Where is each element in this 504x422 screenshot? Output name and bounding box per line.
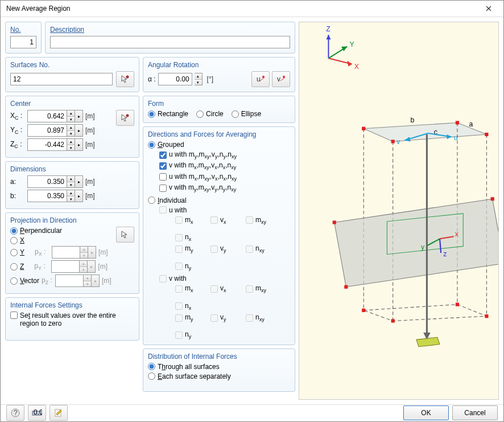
pick-center-button[interactable] <box>116 110 134 126</box>
zc-unit: [m] <box>85 141 95 149</box>
py-input <box>51 260 80 273</box>
u-ny <box>175 263 183 270</box>
radio-rectangle[interactable] <box>148 110 155 118</box>
surfaces-input[interactable] <box>10 73 113 85</box>
g3-label: u with mx,mxy,vx,nx,nxy <box>169 173 237 182</box>
radio-x[interactable] <box>10 237 18 244</box>
u-my <box>175 245 183 253</box>
chk-g1[interactable] <box>159 151 167 159</box>
xc-step[interactable]: ▸ <box>75 110 83 122</box>
py-step: ▸ <box>88 260 96 273</box>
v-mxy <box>246 285 253 293</box>
svg-marker-7 <box>326 35 331 39</box>
xc-label: XC : <box>10 112 27 121</box>
a-label: a: <box>10 178 27 186</box>
radio-ellipse[interactable] <box>232 110 239 118</box>
angular-label: Angular Rotation <box>148 61 290 69</box>
alpha-spinner[interactable]: ▴▾ <box>195 73 203 85</box>
group-description: Description <box>45 22 295 54</box>
ifs-label: Internal Forces Settings <box>10 301 134 309</box>
xc-input[interactable] <box>27 110 67 122</box>
zc-step[interactable]: ▸ <box>75 138 83 151</box>
b-input[interactable] <box>27 190 67 202</box>
cancel-button[interactable]: Cancel <box>452 405 498 420</box>
v-vy <box>210 314 218 322</box>
a-spinner[interactable]: ▴▾ <box>67 175 75 188</box>
cursor-pick-icon <box>121 230 130 239</box>
align-u-button[interactable]: u <box>251 71 270 87</box>
chk-uwith <box>159 206 167 214</box>
pencil-icon <box>54 408 63 417</box>
dist-label: Distribution of Internal Forces <box>148 353 290 360</box>
vector-label: Vector <box>20 277 39 285</box>
radio-each[interactable] <box>148 372 155 380</box>
align-v-button[interactable]: v <box>272 71 290 87</box>
group-surfaces: Surfaces No. <box>5 57 139 92</box>
g4-label: v with my,mxy,vy,ny,nxy <box>169 183 236 192</box>
alpha-input[interactable] <box>158 73 192 85</box>
b-step[interactable]: ▸ <box>75 190 83 202</box>
v-nx <box>175 302 183 310</box>
units-button[interactable]: 0.00 <box>28 405 46 421</box>
chk-g4[interactable] <box>159 185 167 192</box>
check-zero-result[interactable] <box>10 312 18 319</box>
radio-perpendicular[interactable] <box>10 227 18 235</box>
cursor-pick-icon <box>121 75 130 84</box>
radio-y[interactable] <box>10 249 18 256</box>
u-nxy <box>246 245 253 253</box>
radio-z[interactable] <box>10 263 18 271</box>
zc-input[interactable] <box>27 138 67 151</box>
uwith-label: u with <box>169 206 187 214</box>
svg-text:a: a <box>469 120 473 128</box>
chk-g2[interactable] <box>159 162 167 170</box>
close-button[interactable] <box>477 1 500 17</box>
svg-text:v: v <box>277 75 280 83</box>
a-step[interactable]: ▸ <box>75 175 83 188</box>
zc-spinner[interactable]: ▴▾ <box>67 138 75 151</box>
svg-rect-45 <box>333 220 336 224</box>
ok-button[interactable]: OK <box>403 405 449 420</box>
cursor-pick-icon <box>121 113 130 122</box>
radio-grouped[interactable] <box>148 141 155 149</box>
svg-text:y: y <box>421 243 425 251</box>
help-button[interactable]: ? <box>6 405 24 421</box>
axis-v-icon: v <box>276 75 286 83</box>
group-center: Center XC :▴▾▸[m] YC :▴▾▸[m] ZC :▴▾▸[m] <box>5 96 139 158</box>
no-input[interactable] <box>10 36 36 48</box>
vwith-label: v with <box>169 274 187 282</box>
yc-spinner[interactable]: ▴▾ <box>67 124 75 137</box>
radio-through-all[interactable] <box>148 363 155 370</box>
u-nx <box>175 234 183 241</box>
px-unit: [m] <box>98 248 108 256</box>
b-spinner[interactable]: ▴▾ <box>67 190 75 202</box>
description-input[interactable] <box>50 36 290 48</box>
yc-input[interactable] <box>27 124 67 137</box>
svg-marker-29 <box>334 199 498 286</box>
chk-g3[interactable] <box>159 173 167 181</box>
svg-rect-52 <box>391 319 395 322</box>
v-vx <box>210 285 218 293</box>
ruler-icon: 0.00 <box>32 409 42 417</box>
svg-text:x: x <box>455 230 459 238</box>
pick-projection-button[interactable] <box>116 227 134 243</box>
svg-text:0.00: 0.00 <box>34 409 42 416</box>
a-input[interactable] <box>27 175 67 188</box>
edit-button[interactable] <box>49 405 68 421</box>
radio-vector[interactable] <box>10 277 18 285</box>
pick-surfaces-button[interactable] <box>116 71 134 87</box>
v-nxy <box>246 314 253 322</box>
py-spinner: ▴▾ <box>80 260 88 273</box>
u-mxy <box>246 216 253 224</box>
g1-label: u with my,mxy,vy,ny,nxy <box>169 150 237 159</box>
radio-individual[interactable] <box>148 196 155 204</box>
radio-circle[interactable] <box>196 110 204 118</box>
yc-step[interactable]: ▸ <box>75 124 83 137</box>
preview-diagram-icon: Z X Y b a c u v <box>299 22 498 399</box>
u-vy <box>210 245 218 253</box>
svg-marker-37 <box>363 305 486 321</box>
svg-text:v: v <box>396 138 400 146</box>
py-label: pY : <box>34 262 51 271</box>
xc-spinner[interactable]: ▴▾ <box>67 110 75 122</box>
svg-marker-13 <box>341 47 347 51</box>
yc-unit: [m] <box>85 126 95 134</box>
